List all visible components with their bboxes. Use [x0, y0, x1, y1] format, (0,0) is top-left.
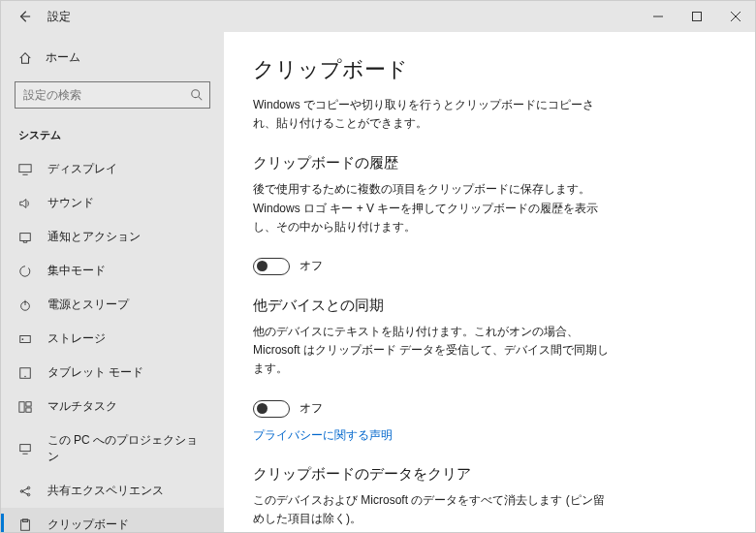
sidebar-item-label: クリップボード: [47, 517, 129, 532]
svg-rect-16: [26, 401, 31, 405]
section-clear-desc: このデバイスおよび Microsoft のデータをすべて消去します (ピン留めし…: [253, 491, 612, 528]
titlebar: 設定: [1, 1, 755, 32]
sidebar-item-notification[interactable]: 通知とアクション: [1, 220, 224, 254]
maximize-button[interactable]: [677, 1, 716, 32]
section-sync-desc: 他のデバイスにテキストを貼り付けます。これがオンの場合、Microsoft はク…: [253, 323, 612, 379]
sidebar-item-clipboard[interactable]: クリップボード: [1, 508, 224, 532]
sidebar-home-label: ホーム: [46, 49, 80, 66]
display-icon: [18, 163, 34, 176]
section-history-desc: 後で使用するために複数の項目をクリップボードに保存します。Windows ロゴ …: [253, 180, 612, 236]
sidebar-item-label: 共有エクスペリエンス: [47, 483, 164, 499]
projection-icon: [18, 442, 34, 455]
sidebar-item-label: マルチタスク: [47, 398, 117, 415]
sidebar-item-focus[interactable]: 集中モード: [1, 254, 224, 288]
sidebar-item-label: この PC へのプロジェクション: [47, 432, 206, 465]
sidebar-item-label: ディスプレイ: [47, 161, 117, 177]
close-button[interactable]: [716, 1, 755, 32]
svg-rect-1: [693, 13, 702, 21]
content-area: クリップボード Windows でコピーや切り取りを行うとクリップボードにコピー…: [224, 32, 755, 532]
sidebar-item-power[interactable]: 電源とスリープ: [1, 288, 224, 322]
svg-point-4: [192, 90, 200, 98]
multitask-icon: [18, 400, 34, 414]
back-button[interactable]: [15, 7, 34, 26]
svg-rect-6: [19, 164, 31, 172]
sidebar-item-label: サウンド: [47, 195, 94, 211]
home-icon: [18, 51, 34, 65]
page-intro: Windows でコピーや切り取りを行うとクリップボードにコピーされ、貼り付ける…: [253, 96, 612, 133]
sidebar-home[interactable]: ホーム: [1, 42, 224, 74]
sidebar-item-label: 通知とアクション: [47, 229, 141, 245]
privacy-link[interactable]: プライバシーに関する声明: [253, 428, 393, 442]
sound-icon: [18, 197, 34, 210]
clipboard-icon: [18, 518, 34, 532]
sidebar-category: システム: [1, 118, 224, 148]
sidebar-item-label: 集中モード: [47, 263, 106, 279]
sidebar-item-display[interactable]: ディスプレイ: [1, 152, 224, 186]
history-toggle-label: オフ: [299, 258, 323, 274]
svg-point-14: [24, 375, 25, 376]
shared-icon: [18, 485, 34, 498]
history-toggle[interactable]: [253, 258, 290, 275]
section-sync-heading: 他デバイスとの同期: [253, 297, 726, 315]
sidebar: ホーム システム ディスプレイサウンド通知とアクション集中モード電源とスリープス…: [1, 32, 224, 532]
svg-line-5: [199, 97, 203, 101]
section-sync: 他デバイスとの同期 他のデバイスにテキストを貼り付けます。これがオンの場合、Mi…: [253, 297, 726, 444]
storage-icon: [18, 332, 34, 346]
tablet-icon: [18, 366, 34, 380]
section-history-heading: クリップボードの履歴: [253, 154, 726, 172]
section-history: クリップボードの履歴 後で使用するために複数の項目をクリップボードに保存します。…: [253, 154, 726, 275]
svg-rect-15: [19, 401, 24, 412]
sidebar-item-multitask[interactable]: マルチタスク: [1, 390, 224, 423]
search-input[interactable]: [23, 88, 190, 102]
sidebar-item-sound[interactable]: サウンド: [1, 186, 224, 220]
power-icon: [18, 298, 34, 312]
sidebar-item-label: ストレージ: [47, 330, 106, 347]
settings-window: 設定 ホーム: [0, 0, 756, 533]
svg-rect-17: [26, 407, 31, 411]
sync-toggle[interactable]: [253, 400, 290, 418]
svg-rect-18: [20, 445, 31, 452]
search-icon: [190, 88, 204, 102]
svg-point-12: [22, 338, 24, 340]
section-clear: クリップボードのデータをクリア このデバイスおよび Microsoft のデータ…: [253, 465, 726, 533]
sidebar-item-storage[interactable]: ストレージ: [1, 322, 224, 356]
notification-icon: [18, 231, 34, 244]
minimize-button[interactable]: [639, 1, 677, 32]
search-box[interactable]: [15, 81, 210, 109]
sync-toggle-label: オフ: [299, 400, 323, 417]
section-clear-heading: クリップボードのデータをクリア: [253, 465, 726, 484]
focus-icon: [18, 265, 34, 278]
sidebar-item-tablet[interactable]: タブレット モード: [1, 356, 224, 390]
svg-rect-11: [20, 335, 31, 342]
page-title: クリップボード: [253, 55, 726, 84]
sidebar-nav: ディスプレイサウンド通知とアクション集中モード電源とスリープストレージタブレット…: [1, 152, 224, 532]
app-title: 設定: [47, 9, 71, 25]
sidebar-item-label: タブレット モード: [47, 364, 143, 381]
sidebar-item-label: 電源とスリープ: [47, 297, 129, 313]
svg-rect-8: [20, 233, 31, 240]
sidebar-item-shared[interactable]: 共有エクスペリエンス: [1, 474, 224, 508]
sidebar-item-projection[interactable]: この PC へのプロジェクション: [1, 423, 224, 474]
